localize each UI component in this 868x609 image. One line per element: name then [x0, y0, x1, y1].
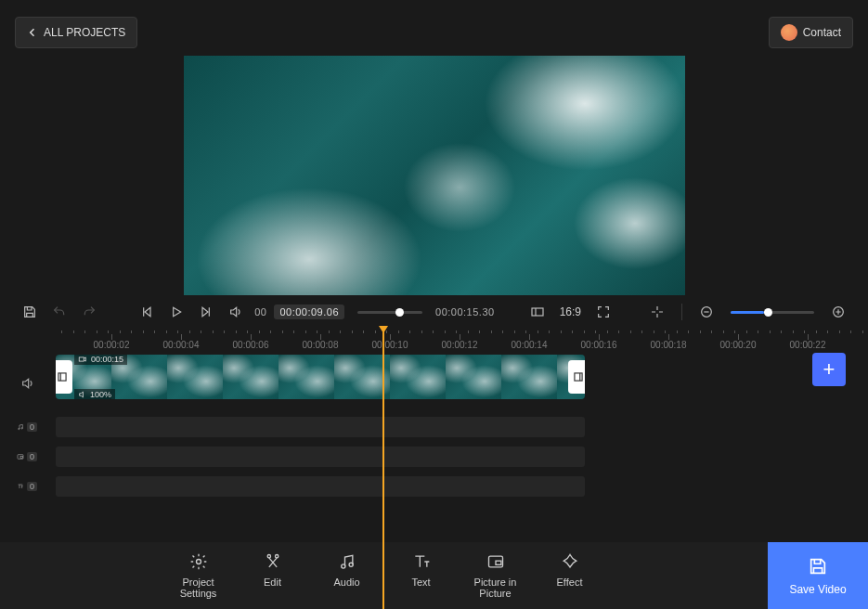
svg-point-6 — [19, 428, 19, 429]
ruler-label: 00:00:12 — [442, 340, 478, 350]
timeline: 00:00:15 100% + 0 0 — [0, 353, 868, 499]
preview-area — [0, 56, 868, 295]
volume-small-icon — [78, 390, 87, 399]
current-time[interactable]: 00:00:09.06 — [274, 304, 344, 319]
zoom-slider[interactable] — [731, 311, 814, 314]
play-button[interactable] — [165, 301, 188, 323]
effect-button[interactable]: Effect — [547, 552, 593, 599]
pip-button[interactable]: Picture in Picture — [473, 552, 519, 599]
save-video-button[interactable]: Save Video — [768, 542, 868, 609]
text-icon — [17, 480, 24, 493]
svg-point-14 — [349, 563, 353, 566]
clip-duration-label: 00:00:15 — [91, 355, 123, 364]
bottom-toolbar: Project Settings Edit Audio Text Picture… — [0, 542, 868, 609]
text-button[interactable]: Text — [398, 552, 445, 599]
control-bar: 00 00:00:09.06 00:00:15.30 16:9 — [0, 295, 868, 329]
ruler-label: 00:00:14 — [512, 340, 548, 350]
playhead[interactable] — [382, 329, 384, 609]
scrub-slider[interactable] — [357, 311, 422, 314]
effect-label: Effect — [557, 577, 583, 588]
text-label: Text — [411, 577, 430, 588]
contact-avatar-icon — [781, 24, 797, 41]
edit-button[interactable]: Edit — [250, 552, 296, 599]
svg-point-13 — [341, 564, 344, 568]
svg-point-7 — [21, 428, 22, 429]
pip-icon — [17, 450, 24, 463]
svg-rect-0 — [532, 308, 543, 316]
ruler-label: 00:00:04 — [163, 340, 200, 350]
audio-track[interactable]: 0 — [56, 414, 868, 440]
redo-button[interactable] — [78, 301, 100, 323]
svg-rect-5 — [575, 373, 582, 381]
undo-button[interactable] — [48, 301, 71, 323]
camera-icon — [78, 355, 87, 364]
ruler-label: 00:00:20 — [720, 340, 757, 350]
pip-track[interactable]: 0 — [56, 444, 868, 470]
prev-frame-button[interactable] — [136, 301, 158, 323]
audio-track-count: 0 — [27, 422, 37, 432]
contact-button[interactable]: Contact — [769, 17, 853, 48]
snap-button[interactable] — [646, 301, 668, 323]
pip-label: Picture in Picture — [474, 577, 517, 599]
ruler-label: 00:00:10 — [372, 340, 408, 350]
chevron-left-icon — [27, 27, 38, 38]
edit-label: Edit — [264, 577, 281, 588]
text-track[interactable]: 0 — [56, 473, 868, 499]
volume-button[interactable] — [225, 301, 247, 323]
aspect-ratio-button[interactable] — [526, 301, 549, 323]
ruler-label: 00:00:16 — [581, 340, 617, 350]
add-media-button[interactable]: + — [812, 353, 846, 386]
project-settings-label: Project Settings — [180, 577, 217, 599]
svg-point-10 — [196, 559, 201, 564]
zoom-out-button[interactable] — [695, 301, 718, 323]
clip-volume-label: 100% — [90, 390, 111, 399]
ruler-label: 00:00:22 — [790, 340, 826, 350]
svg-rect-4 — [58, 373, 66, 381]
save-video-label: Save Video — [789, 583, 846, 596]
svg-point-11 — [267, 554, 270, 557]
svg-rect-3 — [79, 357, 84, 361]
clip-handle-left[interactable] — [56, 360, 72, 394]
music-icon — [17, 421, 24, 434]
ruler-label: 00:00:08 — [303, 340, 339, 350]
contact-label: Contact — [803, 26, 841, 39]
svg-point-12 — [275, 554, 278, 557]
pip-track-count: 0 — [27, 452, 37, 461]
audio-button[interactable]: Audio — [324, 552, 370, 599]
svg-rect-9 — [20, 457, 22, 459]
ruler-label: 00:00:18 — [651, 340, 687, 350]
next-frame-button[interactable] — [195, 301, 217, 323]
zoom-in-button[interactable] — [827, 301, 849, 323]
project-settings-button[interactable]: Project Settings — [175, 552, 222, 599]
total-time: 00:00:15.30 — [435, 306, 495, 317]
fullscreen-button[interactable] — [592, 301, 615, 323]
video-clip[interactable]: 00:00:15 100% — [56, 355, 585, 399]
all-projects-label: ALL PROJECTS — [44, 26, 125, 39]
text-track-count: 0 — [27, 482, 37, 491]
all-projects-button[interactable]: ALL PROJECTS — [15, 17, 137, 48]
clip-handle-right[interactable] — [568, 360, 585, 394]
audio-label: Audio — [333, 577, 359, 588]
video-preview[interactable] — [184, 56, 685, 295]
ruler-label: 00:00:02 — [94, 340, 130, 350]
timeline-ruler[interactable]: 00:00:0200:00:0400:00:0600:00:0800:00:10… — [0, 329, 868, 353]
aspect-ratio-label: 16:9 — [560, 305, 581, 318]
save-project-icon[interactable] — [19, 301, 41, 323]
time-prefix: 00 — [254, 306, 266, 317]
svg-rect-16 — [496, 561, 501, 564]
video-track: 00:00:15 100% + — [56, 353, 868, 401]
ruler-label: 00:00:06 — [233, 340, 269, 350]
